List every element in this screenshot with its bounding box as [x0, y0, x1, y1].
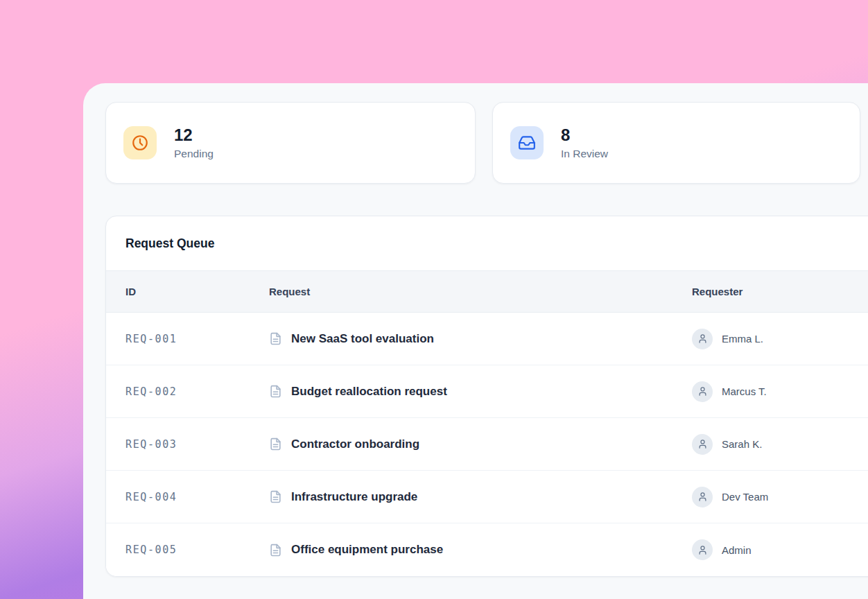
table-row[interactable]: REQ-001 New SaaS tool evaluation Emma L.	[106, 313, 868, 365]
column-header-id: ID	[125, 286, 269, 297]
table-row[interactable]: REQ-002 Budget reallocation request Marc…	[106, 365, 868, 418]
table-row[interactable]: REQ-004 Infrastructure upgrade Dev Team	[106, 471, 868, 523]
table-header-row: ID Request Requester	[106, 271, 868, 313]
request-id: REQ-004	[125, 491, 269, 503]
request-id: REQ-001	[125, 333, 269, 345]
stats-row: 12 Pending 8 In Review	[105, 102, 868, 184]
pending-label: Pending	[174, 148, 214, 160]
requester-name: Sarah K.	[722, 438, 762, 450]
stat-text: 8 In Review	[561, 125, 608, 160]
user-icon	[692, 381, 713, 402]
request-title: Contractor onboarding	[291, 437, 419, 451]
requester-name: Admin	[722, 544, 752, 556]
request-title: New SaaS tool evaluation	[291, 332, 434, 346]
file-text-icon	[269, 385, 282, 398]
queue-title: Request Queue	[125, 236, 214, 251]
column-header-requester: Requester	[692, 286, 868, 297]
user-icon	[692, 329, 713, 349]
request-id: REQ-003	[125, 438, 269, 451]
request-queue-card: Request Queue ID Request Requester REQ-0…	[105, 216, 868, 577]
file-text-icon	[269, 490, 282, 503]
in-review-count: 8	[561, 125, 608, 146]
column-header-request: Request	[269, 286, 692, 297]
stat-text: 12 Pending	[174, 125, 214, 160]
request-title: Infrastructure upgrade	[291, 490, 417, 504]
table-body: REQ-001 New SaaS tool evaluation Emma L.	[106, 313, 868, 576]
file-text-icon	[269, 437, 282, 451]
request-title: Office equipment purchase	[291, 543, 443, 557]
main-panel: 12 Pending 8 In Review Request Queue ID …	[83, 83, 868, 599]
table-row[interactable]: REQ-003 Contractor onboarding Sarah K.	[106, 418, 868, 471]
requester-name: Dev Team	[722, 491, 768, 503]
table-row[interactable]: REQ-005 Office equipment purchase Admin	[106, 523, 868, 576]
stat-card-pending: 12 Pending	[105, 102, 476, 184]
requester-name: Marcus T.	[722, 385, 767, 397]
request-title: Budget reallocation request	[291, 385, 447, 399]
file-text-icon	[269, 544, 282, 557]
user-icon	[692, 539, 713, 560]
user-icon	[692, 487, 713, 507]
pending-count: 12	[174, 125, 214, 146]
in-review-label: In Review	[561, 148, 608, 160]
user-icon	[692, 434, 713, 455]
file-text-icon	[269, 332, 282, 345]
stat-card-in-review: 8 In Review	[492, 102, 860, 184]
request-id: REQ-005	[125, 544, 269, 556]
request-id: REQ-002	[125, 385, 269, 398]
requester-name: Emma L.	[722, 333, 763, 345]
inbox-icon	[510, 126, 544, 159]
queue-title-row: Request Queue	[106, 216, 868, 271]
app-background: { "theme": { "background_gradient": ["#f…	[0, 0, 868, 599]
clock-icon	[123, 126, 157, 159]
